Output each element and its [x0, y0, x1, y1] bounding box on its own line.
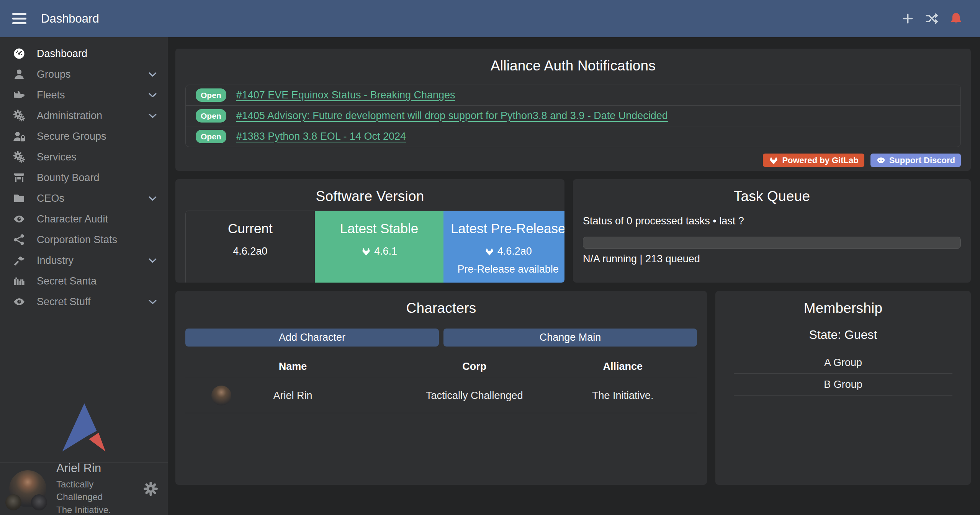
table-header-row: Name Corp Alliance — [185, 355, 697, 378]
eye-icon — [11, 213, 28, 226]
menu-icon[interactable] — [12, 13, 26, 24]
column-header-corp: Corp — [400, 355, 548, 378]
membership-groups: A GroupB Group — [725, 352, 961, 396]
task-queue-panel: Task Queue Status of 0 processed tasks •… — [573, 179, 971, 283]
version-current-value: 4.6.2a0 — [233, 245, 267, 257]
notification-link[interactable]: #1405 Advisory: Future development will … — [236, 110, 668, 122]
user-name: Ariel Rin — [56, 461, 133, 475]
characters-table: Name Corp Alliance Ariel RinTactically C… — [185, 355, 697, 413]
sidebar-item-industry[interactable]: Industry — [0, 250, 168, 271]
gitlab-badge-label: Powered by GitLab — [782, 155, 858, 165]
user-info: Ariel Rin Tactically Challenged The Init… — [56, 461, 133, 515]
change-main-button[interactable]: Change Main — [443, 329, 697, 347]
sidebar-item-bounty-board[interactable]: Bounty Board — [0, 167, 168, 188]
membership-panel: Membership State: Guest A GroupB Group — [715, 291, 971, 485]
powered-by-gitlab-badge[interactable]: Powered by GitLab — [763, 154, 864, 167]
alliance-auth-logo — [0, 402, 168, 451]
main-content: Alliance Auth Notifications Open#1407 EV… — [168, 37, 980, 515]
membership-group-row: A Group — [734, 352, 952, 374]
sidebar-item-secure-groups[interactable]: Secure Groups — [0, 126, 168, 147]
sidebar-item-administration[interactable]: Administration — [0, 105, 168, 126]
sidebar-item-label: Administration — [37, 110, 102, 122]
user-corp: Tactically Challenged — [56, 478, 133, 504]
software-version-panel: Software Version Current 4.6.2a0 Latest … — [175, 179, 564, 283]
plus-icon[interactable] — [901, 11, 915, 26]
tachometer-icon — [11, 47, 28, 60]
sidebar-nav: DashboardGroupsFleetsAdministrationSecur… — [0, 37, 168, 312]
sidebar-item-label: Character Audit — [37, 213, 108, 225]
add-character-button[interactable]: Add Character — [185, 329, 439, 347]
share-icon — [11, 233, 28, 246]
notifications-footer: Powered by GitLab Support Discord — [185, 154, 961, 167]
column-header-alliance: Alliance — [549, 355, 697, 378]
hammer-icon — [11, 254, 28, 267]
chevron-down-icon — [147, 90, 158, 100]
sidebar-item-label: Industry — [37, 255, 74, 266]
sidebar-item-secret-santa[interactable]: Secret Santa — [0, 271, 168, 291]
support-discord-badge[interactable]: Support Discord — [870, 154, 961, 167]
version-current: Current 4.6.2a0 — [186, 211, 315, 283]
sidebar-item-label: CEOs — [37, 193, 64, 204]
app-root: Dashboard DashboardGroupsFleetsAdministr… — [0, 0, 980, 515]
notification-link[interactable]: #1383 Python 3.8 EOL - 14 Oct 2024 — [236, 131, 406, 142]
navbar-actions — [901, 11, 963, 26]
version-prerelease: Latest Pre-Release 4.6.2a0 Pre-Release a… — [443, 211, 564, 283]
task-queue-progressbar — [583, 237, 961, 249]
status-badge: Open — [196, 88, 226, 102]
folder-icon — [11, 192, 28, 205]
chevron-down-icon — [147, 297, 158, 307]
version-group: Current 4.6.2a0 Latest Stable 4.6.1 Late… — [185, 211, 564, 283]
discord-icon — [876, 155, 886, 165]
notification-row: Open#1383 Python 3.8 EOL - 14 Oct 2024 — [186, 126, 960, 147]
membership-state: State: Guest — [725, 328, 961, 342]
notifications-title: Alliance Auth Notifications — [185, 58, 961, 74]
sidebar-item-ceos[interactable]: CEOs — [0, 188, 168, 209]
version-prerelease-value: 4.6.2a0 — [497, 245, 532, 257]
task-queue-status: Status of 0 processed tasks • last ? — [583, 215, 961, 227]
character-name: Ariel Rin — [273, 390, 312, 401]
sidebar-item-label: Dashboard — [37, 48, 87, 60]
fleet-icon — [11, 88, 28, 101]
corp-logo — [5, 494, 21, 510]
sidebar-item-label: Secure Groups — [37, 131, 106, 142]
sidebar-item-dashboard[interactable]: Dashboard — [0, 43, 168, 64]
eye-icon — [11, 295, 28, 308]
sidebar-item-label: Groups — [37, 69, 71, 80]
discord-badge-label: Support Discord — [889, 155, 955, 165]
notification-link[interactable]: #1407 EVE Equinox Status - Breaking Chan… — [236, 89, 455, 101]
sidebar-item-groups[interactable]: Groups — [0, 64, 168, 85]
settings-gear-icon[interactable] — [143, 481, 159, 497]
user-panel: Ariel Rin Tactically Challenged The Init… — [0, 462, 168, 515]
characters-actions: Add Character Change Main — [185, 329, 697, 347]
sidebar-item-label: Fleets — [37, 89, 65, 101]
task-queue-title: Task Queue — [583, 188, 961, 204]
status-badge: Open — [196, 109, 226, 123]
notification-row: Open#1407 EVE Equinox Status - Breaking … — [186, 85, 960, 106]
sidebar-item-label: Corporation Stats — [37, 234, 117, 246]
notification-row: Open#1405 Advisory: Future development w… — [186, 106, 960, 126]
sidebar-item-label: Services — [37, 151, 77, 163]
characters-panel: Characters Add Character Change Main Nam… — [175, 291, 707, 485]
chevron-down-icon — [147, 255, 158, 266]
sidebar-item-label: Secret Stuff — [37, 296, 91, 308]
gears-icon — [11, 150, 28, 163]
user-alliance: The Initiative. — [56, 504, 133, 515]
sidebar-item-fleets[interactable]: Fleets — [0, 85, 168, 105]
version-stable-value: 4.6.1 — [374, 245, 397, 257]
status-badge: Open — [196, 130, 226, 143]
character-portrait — [211, 386, 231, 405]
shuffle-icon[interactable] — [925, 11, 939, 26]
membership-group-row: B Group — [734, 374, 952, 396]
sidebar-item-character-audit[interactable]: Character Audit — [0, 209, 168, 229]
user-lock-icon — [11, 130, 28, 143]
chevron-down-icon — [147, 111, 158, 121]
chevron-down-icon — [147, 193, 158, 204]
bell-icon[interactable] — [949, 11, 963, 26]
sidebar-item-services[interactable]: Services — [0, 147, 168, 167]
sidebar-item-label: Secret Santa — [37, 275, 97, 287]
sidebar: DashboardGroupsFleetsAdministrationSecur… — [0, 37, 168, 515]
sidebar-item-corporation-stats[interactable]: Corporation Stats — [0, 229, 168, 250]
version-prerelease-note: Pre-Release available — [458, 263, 559, 275]
sidebar-item-secret-stuff[interactable]: Secret Stuff — [0, 291, 168, 312]
store-icon — [11, 171, 28, 184]
